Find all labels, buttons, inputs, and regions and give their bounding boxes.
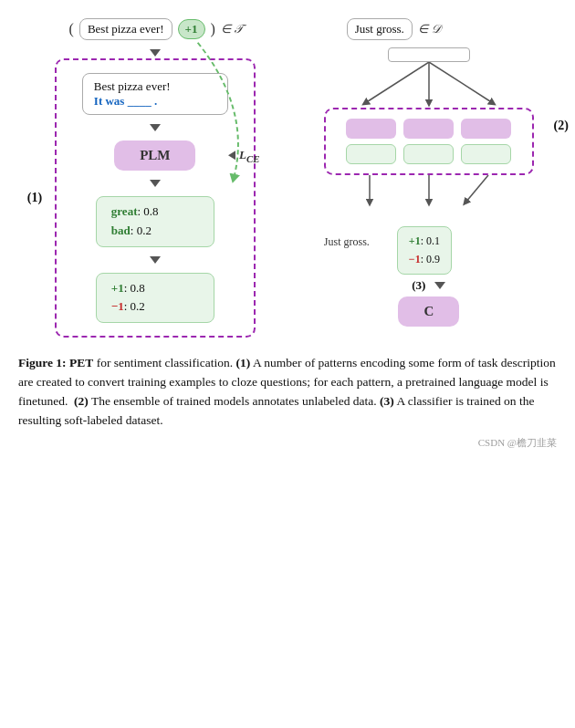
grid-cell-2-1	[346, 144, 396, 164]
left-dashed-box: (1) Best pizza ever! It was ____ . PLM	[55, 58, 256, 338]
right-plus1-label: +1	[409, 234, 421, 247]
lce-text: LCE	[239, 148, 259, 164]
output-plus1-val: : 0.8	[124, 281, 145, 295]
arrow-to-c-row: (3)	[412, 278, 445, 293]
arrow-plm-to-probs	[150, 180, 161, 187]
bottom-right-area: Just gross. +1: 0.1 −1: 0.9	[324, 226, 534, 275]
arrow-top-to-box	[150, 49, 161, 57]
caption-rest: for sentiment classification.	[93, 356, 233, 369]
tree-container: (2)	[301, 47, 557, 327]
plus1-badge: +1	[178, 19, 205, 39]
grid-cell-2-2	[403, 144, 454, 164]
probs-box: great: 0.8 bad: 0.2	[96, 196, 214, 247]
tree-branches-svg	[329, 62, 529, 108]
caption-title: PET	[69, 356, 93, 369]
blue-text: It was ____ .	[94, 94, 157, 108]
bad-val: : 0.2	[131, 224, 152, 237]
grid-cell-1-1	[346, 119, 396, 139]
right-side: Just gross. ∈ 𝒟	[301, 18, 557, 338]
right-top-label: Just gross. ∈ 𝒟	[347, 18, 441, 40]
arrow-probs-to-output	[150, 256, 161, 264]
number-label-3: (3)	[412, 278, 425, 293]
tree-top-node	[388, 47, 470, 62]
full-diagram: ( Best pizza ever! +1 ) ∈ 𝒯 (1) Best piz…	[18, 18, 557, 354]
close-paren: )	[211, 21, 215, 37]
diagram-area: ( Best pizza ever! +1 ) ∈ 𝒯 (1) Best piz…	[18, 18, 557, 338]
number-label-1: (1)	[27, 191, 42, 205]
great-val: : 0.8	[137, 204, 158, 218]
grid-cell-1-3	[461, 119, 511, 139]
great-label: great	[111, 204, 138, 218]
c-label: C	[423, 304, 434, 318]
grid-cell-1-2	[403, 119, 454, 139]
arrow-to-c	[434, 282, 445, 289]
figure-container: ( Best pizza ever! +1 ) ∈ 𝒯 (1) Best piz…	[18, 18, 557, 450]
svg-line-0	[365, 62, 429, 103]
caption-part3-bold: (3)	[380, 394, 394, 408]
c-box: C	[398, 296, 459, 327]
watermark: CSDN @檐刀韭菜	[18, 436, 557, 450]
in-T-label: ∈ 𝒯	[221, 22, 241, 36]
input-sentence: Best pizza ever!	[79, 18, 172, 40]
prob-great: great: 0.8	[111, 203, 199, 222]
grid-row-1	[346, 119, 511, 139]
in-D-label: ∈ 𝒟	[418, 22, 441, 36]
output-minus1-val: : 0.2	[124, 299, 145, 313]
output-box: +1: 0.8 −1: 0.2	[96, 273, 214, 324]
svg-line-2	[429, 62, 493, 103]
arrows-grid-to-score	[324, 175, 534, 221]
figure-caption: Figure 1: PET for sentiment classificati…	[18, 354, 557, 431]
right-minus1: −1: 0.9	[409, 250, 440, 268]
output-minus1: −1: 0.2	[111, 297, 199, 317]
grid-cell-2-3	[461, 144, 511, 164]
caption-part2-bold: (2)	[74, 394, 89, 408]
input-line2: It was ____ .	[94, 94, 216, 109]
left-side: ( Best pizza ever! +1 ) ∈ 𝒯 (1) Best piz…	[18, 18, 292, 338]
output-plus1-label: +1	[111, 281, 124, 295]
arrow-lce-to-plm	[228, 151, 235, 161]
input-line1: Best pizza ever!	[94, 79, 216, 94]
output-plus1: +1: 0.8	[111, 279, 199, 298]
number-label-2: (2)	[554, 119, 569, 133]
just-gross-label: Just gross.	[324, 226, 388, 249]
plm-box: PLM LCE	[114, 140, 195, 171]
text-input-box: Best pizza ever! It was ____ .	[82, 73, 228, 115]
plm-label: PLM	[140, 148, 170, 162]
right-plus1: +1: 0.1	[409, 232, 440, 250]
right-minus1-label: −1	[409, 253, 421, 265]
lce-label-container: LCE	[228, 148, 259, 164]
right-dashed-box: (2)	[324, 108, 534, 175]
caption-part1-bold: (1)	[236, 356, 251, 369]
prob-bad: bad: 0.2	[111, 222, 199, 241]
right-score-box: +1: 0.1 −1: 0.9	[397, 226, 452, 275]
right-minus1-val: : 0.9	[421, 253, 440, 265]
top-label-row: ( Best pizza ever! +1 ) ∈ 𝒯	[69, 18, 242, 40]
open-paren: (	[69, 21, 74, 37]
caption-figure-num: Figure 1:	[18, 356, 67, 369]
grid-row-2	[346, 144, 511, 164]
output-minus1-label: −1	[111, 299, 124, 313]
blank: ____	[128, 94, 152, 108]
right-plus1-val: : 0.1	[421, 234, 440, 247]
caption-part2-text: The ensemble of trained models annotates…	[89, 394, 377, 408]
bad-label: bad	[111, 224, 131, 237]
arrow-box-to-plm	[150, 124, 161, 131]
svg-line-5	[465, 175, 488, 203]
right-input-sentence: Just gross.	[347, 18, 413, 40]
